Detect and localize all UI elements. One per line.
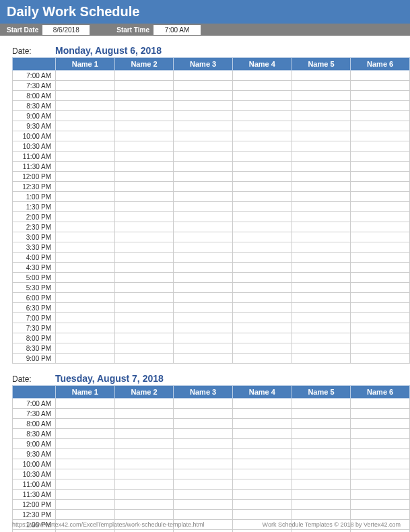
schedule-cell[interactable]	[351, 152, 410, 162]
schedule-cell[interactable]	[56, 212, 115, 222]
schedule-cell[interactable]	[232, 490, 292, 500]
schedule-cell[interactable]	[351, 121, 410, 131]
schedule-cell[interactable]	[56, 263, 115, 273]
schedule-cell[interactable]	[232, 343, 292, 354]
schedule-cell[interactable]	[232, 399, 292, 409]
schedule-cell[interactable]	[56, 273, 115, 283]
schedule-cell[interactable]	[114, 131, 174, 141]
schedule-cell[interactable]	[56, 490, 115, 500]
schedule-cell[interactable]	[174, 479, 233, 490]
schedule-cell[interactable]	[351, 469, 410, 479]
schedule-cell[interactable]	[292, 131, 351, 141]
schedule-cell[interactable]	[232, 121, 292, 131]
schedule-cell[interactable]	[232, 273, 292, 283]
schedule-cell[interactable]	[174, 333, 233, 343]
schedule-cell[interactable]	[56, 510, 115, 520]
schedule-cell[interactable]	[351, 530, 410, 533]
schedule-cell[interactable]	[232, 449, 292, 459]
schedule-cell[interactable]	[351, 242, 410, 253]
schedule-cell[interactable]	[351, 172, 410, 182]
schedule-cell[interactable]	[232, 101, 292, 111]
schedule-cell[interactable]	[292, 162, 351, 172]
schedule-cell[interactable]	[114, 172, 174, 182]
schedule-cell[interactable]	[292, 510, 351, 520]
schedule-cell[interactable]	[351, 399, 410, 409]
schedule-cell[interactable]	[292, 242, 351, 253]
schedule-cell[interactable]	[351, 141, 410, 152]
schedule-cell[interactable]	[56, 313, 115, 323]
schedule-cell[interactable]	[114, 91, 174, 101]
schedule-cell[interactable]	[114, 354, 174, 364]
schedule-cell[interactable]	[232, 479, 292, 490]
schedule-cell[interactable]	[174, 152, 233, 162]
schedule-cell[interactable]	[292, 343, 351, 354]
schedule-cell[interactable]	[292, 479, 351, 490]
schedule-cell[interactable]	[174, 212, 233, 222]
schedule-cell[interactable]	[292, 91, 351, 101]
schedule-cell[interactable]	[56, 101, 115, 111]
schedule-cell[interactable]	[174, 343, 233, 354]
schedule-cell[interactable]	[232, 91, 292, 101]
schedule-cell[interactable]	[351, 283, 410, 293]
schedule-cell[interactable]	[114, 429, 174, 439]
schedule-cell[interactable]	[56, 121, 115, 131]
schedule-cell[interactable]	[351, 293, 410, 303]
schedule-cell[interactable]	[232, 131, 292, 141]
schedule-cell[interactable]	[56, 399, 115, 409]
schedule-cell[interactable]	[292, 111, 351, 121]
schedule-cell[interactable]	[114, 313, 174, 323]
schedule-cell[interactable]	[174, 172, 233, 182]
schedule-cell[interactable]	[292, 409, 351, 419]
schedule-cell[interactable]	[114, 530, 174, 533]
schedule-cell[interactable]	[351, 429, 410, 439]
schedule-cell[interactable]	[174, 192, 233, 202]
schedule-cell[interactable]	[292, 141, 351, 152]
schedule-cell[interactable]	[56, 253, 115, 263]
schedule-cell[interactable]	[114, 303, 174, 313]
schedule-cell[interactable]	[351, 333, 410, 343]
schedule-cell[interactable]	[292, 182, 351, 192]
schedule-cell[interactable]	[56, 81, 115, 91]
schedule-cell[interactable]	[114, 500, 174, 510]
schedule-cell[interactable]	[174, 111, 233, 121]
schedule-cell[interactable]	[56, 343, 115, 354]
schedule-cell[interactable]	[114, 469, 174, 479]
schedule-cell[interactable]	[174, 263, 233, 273]
schedule-cell[interactable]	[232, 409, 292, 419]
schedule-cell[interactable]	[174, 490, 233, 500]
schedule-cell[interactable]	[292, 399, 351, 409]
schedule-cell[interactable]	[351, 510, 410, 520]
schedule-cell[interactable]	[351, 409, 410, 419]
schedule-cell[interactable]	[232, 222, 292, 232]
schedule-cell[interactable]	[174, 323, 233, 333]
schedule-cell[interactable]	[174, 182, 233, 192]
schedule-cell[interactable]	[56, 409, 115, 419]
schedule-cell[interactable]	[174, 202, 233, 212]
schedule-cell[interactable]	[292, 459, 351, 469]
schedule-cell[interactable]	[292, 293, 351, 303]
schedule-cell[interactable]	[232, 323, 292, 333]
schedule-cell[interactable]	[56, 469, 115, 479]
schedule-cell[interactable]	[351, 490, 410, 500]
schedule-cell[interactable]	[232, 141, 292, 152]
schedule-cell[interactable]	[351, 343, 410, 354]
schedule-cell[interactable]	[351, 354, 410, 364]
schedule-cell[interactable]	[114, 222, 174, 232]
schedule-cell[interactable]	[56, 530, 115, 533]
schedule-cell[interactable]	[232, 313, 292, 323]
schedule-cell[interactable]	[232, 419, 292, 429]
schedule-cell[interactable]	[351, 419, 410, 429]
schedule-cell[interactable]	[56, 242, 115, 253]
schedule-cell[interactable]	[56, 429, 115, 439]
schedule-cell[interactable]	[232, 111, 292, 121]
schedule-cell[interactable]	[174, 354, 233, 364]
schedule-cell[interactable]	[174, 253, 233, 263]
schedule-cell[interactable]	[56, 141, 115, 152]
schedule-cell[interactable]	[351, 449, 410, 459]
schedule-cell[interactable]	[56, 182, 115, 192]
schedule-cell[interactable]	[174, 121, 233, 131]
schedule-cell[interactable]	[174, 510, 233, 520]
schedule-cell[interactable]	[56, 293, 115, 303]
schedule-cell[interactable]	[174, 222, 233, 232]
schedule-cell[interactable]	[114, 152, 174, 162]
